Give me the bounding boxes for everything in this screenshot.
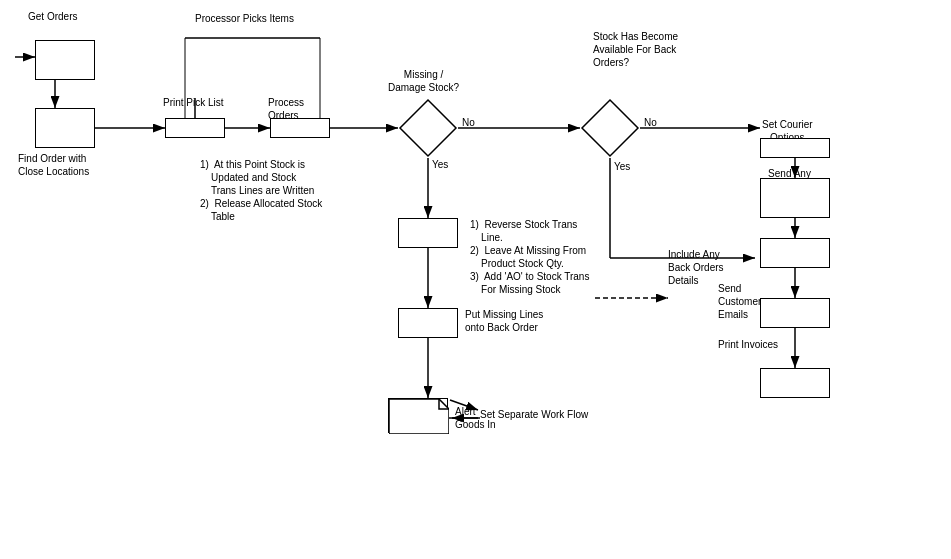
print-invoices-label: Print Invoices <box>718 338 778 351</box>
svg-marker-26 <box>389 399 449 434</box>
print-pick-list-label: Print Pick List <box>163 96 224 109</box>
set-separate-label: Set Separate Work Flow <box>480 408 588 421</box>
missing-damage-diamond <box>398 98 458 158</box>
after-yes-box1 <box>398 218 458 248</box>
missing-yes-label: Yes <box>432 158 448 171</box>
flowchart-canvas: Get Orders Find Order withClose Location… <box>0 0 951 559</box>
find-order-box <box>35 108 95 148</box>
send-customer-box <box>760 238 830 268</box>
note1-label: 1) At this Point Stock is Updated and St… <box>200 158 390 223</box>
process-orders-box <box>270 118 330 138</box>
last-right-box <box>760 368 830 398</box>
set-courier-box <box>760 138 830 158</box>
put-missing-box <box>398 308 458 338</box>
send-gift-box <box>760 178 830 218</box>
stock-available-label: Stock Has BecomeAvailable For BackOrders… <box>593 30 723 69</box>
stock-available-diamond <box>580 98 640 158</box>
alert-goods-label: AlertGoods In <box>455 405 496 431</box>
stock-no-label: No <box>644 116 657 129</box>
put-missing-label: Put Missing Linesonto Back Order <box>465 308 543 334</box>
alert-goods-box <box>388 398 448 433</box>
include-back-orders-label: Include AnyBack OrdersDetails <box>668 248 724 287</box>
get-orders-box <box>35 40 95 80</box>
stock-yes-label: Yes <box>614 160 630 173</box>
reverse-stock-label: 1) Reverse Stock Trans Line.2) Leave At … <box>470 218 670 296</box>
print-invoices-box <box>760 298 830 328</box>
find-order-label: Find Order withClose Locations <box>18 152 89 178</box>
missing-no-label: No <box>462 116 475 129</box>
missing-damage-label: Missing /Damage Stock? <box>388 68 459 94</box>
send-customer-label: SendCustomerEmails <box>718 282 761 321</box>
svg-marker-24 <box>400 100 456 156</box>
get-orders-label: Get Orders <box>28 10 77 23</box>
print-pick-list-box <box>165 118 225 138</box>
processor-picks-items-label: Processor Picks Items <box>195 12 294 25</box>
svg-marker-25 <box>582 100 638 156</box>
